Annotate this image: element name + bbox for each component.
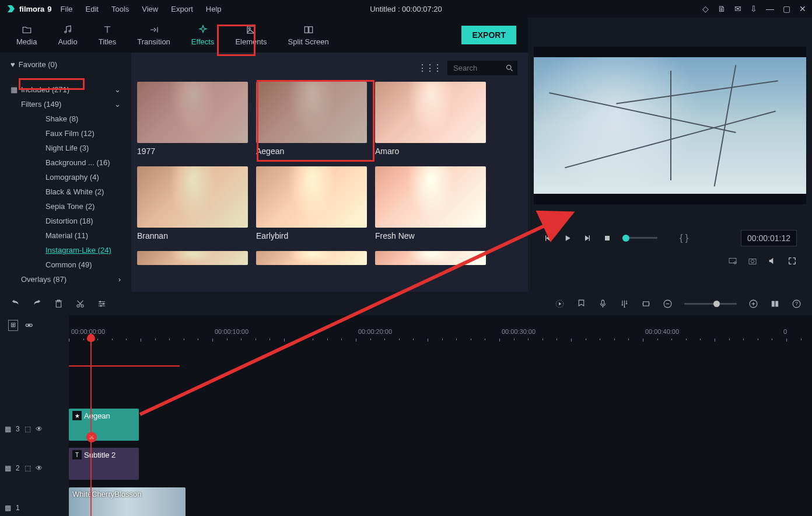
sidebar-overlays[interactable]: Overlays (87)› — [0, 272, 131, 287]
tab-transition[interactable]: Transition — [127, 20, 181, 51]
effect-label: 1977 — [137, 147, 248, 156]
menu-export[interactable]: Export — [171, 5, 193, 13]
download-icon[interactable]: ⇩ — [750, 4, 757, 13]
lock-icon[interactable]: ⬚ — [24, 464, 31, 472]
title-bar: filmora9 File Edit Tools View Export Hel… — [0, 0, 812, 18]
chevron-down-icon: ⌄ — [114, 100, 121, 109]
cut-button[interactable] — [75, 299, 85, 309]
timeline[interactable]: ⊞ ⚮ 00:00:00:00 00:00:10:00 00:00:20:00 … — [0, 315, 812, 516]
playhead[interactable] — [90, 339, 92, 516]
audio-icon[interactable] — [768, 256, 777, 266]
cut-marker[interactable] — [86, 432, 97, 442]
snapshot-icon[interactable] — [748, 256, 757, 266]
timeline-ruler[interactable]: 00:00:00:00 00:00:10:00 00:00:20:00 00:0… — [69, 328, 812, 347]
menu-view[interactable]: View — [142, 5, 158, 13]
sidebar-cat-background[interactable]: Background ... (16) — [0, 155, 131, 170]
effect-aegean[interactable]: Aegean — [256, 82, 367, 156]
add-track-icon[interactable]: ⊞ — [8, 320, 18, 331]
effect-label: Amaro — [375, 147, 486, 156]
sidebar-cat-bw[interactable]: Black & White (2) — [0, 184, 131, 199]
menu-edit[interactable]: Edit — [86, 5, 99, 13]
menu-help[interactable]: Help — [206, 5, 222, 13]
sidebar-cat-distortion[interactable]: Distortion (18) — [0, 214, 131, 228]
visibility-icon[interactable]: 👁 — [36, 425, 43, 433]
effect-thumbnail-partial — [137, 251, 248, 265]
redo-button[interactable] — [32, 299, 42, 309]
volume-slider[interactable] — [622, 237, 657, 239]
prev-frame-button[interactable] — [543, 233, 552, 243]
sidebar-label: Filters (149) — [21, 100, 61, 109]
save-icon[interactable]: 🗎 — [718, 4, 726, 13]
clip-subtitle[interactable]: TSubtitle 2 — [69, 448, 139, 480]
sidebar-cat-shake[interactable]: Shake (8) — [0, 111, 131, 126]
effect-freshnew[interactable]: Fresh New — [375, 166, 486, 240]
maximize-icon[interactable]: ▢ — [783, 4, 790, 13]
marker-button[interactable] — [576, 299, 586, 309]
svg-point-16 — [100, 305, 102, 306]
effect-earlybird[interactable]: Earlybird — [256, 166, 367, 240]
svg-rect-22 — [772, 301, 775, 306]
zoom-slider[interactable] — [684, 303, 737, 305]
undo-button[interactable] — [10, 299, 20, 309]
audio-mixer-button[interactable] — [620, 299, 629, 309]
sidebar-favorite[interactable]: ♥ Favorite (0) — [0, 57, 131, 72]
export-button[interactable]: EXPORT — [461, 26, 516, 44]
ruler-label: 00:00:10:00 — [215, 328, 249, 335]
effect-1977[interactable]: 1977 — [137, 82, 248, 156]
play-button[interactable] — [563, 233, 572, 243]
link-icon[interactable]: ⚮ — [25, 320, 33, 331]
lock-icon[interactable]: ⬚ — [24, 425, 31, 433]
split-view-button[interactable] — [770, 299, 780, 309]
track-2-header[interactable]: ▦2⬚👁 — [0, 451, 69, 486]
tab-audio[interactable]: Audio — [47, 20, 88, 51]
sidebar-cat-fauxfilm[interactable]: Faux Film (12) — [0, 126, 131, 141]
zoom-in-button[interactable] — [748, 299, 758, 309]
preview-controls: { } 00:00:01:12 — [534, 222, 806, 254]
sidebar-included[interactable]: ▦ Included (271)⌄ — [0, 82, 131, 97]
crop-button[interactable] — [641, 299, 651, 309]
track-1-header[interactable]: ▦1 — [0, 490, 69, 516]
tab-elements[interactable]: Elements — [225, 20, 277, 51]
zoom-out-button[interactable] — [663, 299, 673, 309]
menu-file[interactable]: File — [61, 5, 73, 13]
tab-label: Transition — [137, 37, 170, 46]
help-button[interactable]: ? — [792, 299, 802, 309]
delete-button[interactable] — [54, 299, 64, 309]
adjust-button[interactable] — [97, 299, 107, 309]
sidebar-cat-material[interactable]: Material (11) — [0, 228, 131, 243]
ruler-label: 00:00:00:00 — [71, 328, 105, 335]
close-icon[interactable]: ✕ — [799, 4, 806, 13]
tab-media[interactable]: Media — [6, 20, 47, 51]
sidebar-filters[interactable]: Filters (149)⌄ — [0, 97, 131, 111]
track-num: 1 — [16, 504, 20, 512]
track-3-header[interactable]: ▦3⬚👁 — [0, 412, 69, 447]
clip-video[interactable]: WhiteCherryBlosson — [69, 487, 186, 516]
sidebar-cat-instagram[interactable]: Instagram-Like (24) — [0, 243, 131, 257]
next-frame-button[interactable] — [583, 233, 592, 243]
fullscreen-icon[interactable] — [788, 256, 797, 266]
sidebar-cat-sepia[interactable]: Sepia Tone (2) — [0, 199, 131, 214]
account-icon[interactable]: ◇ — [702, 4, 709, 13]
effect-amaro[interactable]: Amaro — [375, 82, 486, 156]
tab-effects[interactable]: Effects — [181, 20, 225, 51]
effect-brannan[interactable]: Brannan — [137, 166, 248, 240]
clip-aegean[interactable]: ★Aegean — [69, 409, 139, 441]
display-settings-icon[interactable] — [728, 256, 737, 266]
mail-icon[interactable]: ✉ — [734, 4, 741, 13]
grid-view-icon[interactable]: ⋮⋮⋮ — [418, 62, 440, 74]
sidebar-cat-common[interactable]: Common (49) — [0, 257, 131, 272]
voiceover-button[interactable] — [598, 299, 608, 309]
stop-button[interactable] — [603, 233, 612, 243]
tab-splitscreen[interactable]: Split Screen — [278, 20, 340, 51]
sidebar-cat-nightlife[interactable]: Night Life (3) — [0, 141, 131, 155]
preview-video[interactable] — [534, 47, 806, 204]
tab-label: Split Screen — [288, 37, 329, 46]
menu-tools[interactable]: Tools — [111, 5, 129, 13]
tab-titles[interactable]: Titles — [88, 20, 127, 51]
render-button[interactable] — [555, 299, 565, 309]
visibility-icon[interactable]: 👁 — [36, 464, 43, 472]
sidebar-cat-lomography[interactable]: Lomography (4) — [0, 170, 131, 184]
minimize-icon[interactable]: — — [766, 4, 774, 13]
app-version: 9 — [47, 5, 51, 13]
svg-rect-8 — [729, 258, 736, 263]
